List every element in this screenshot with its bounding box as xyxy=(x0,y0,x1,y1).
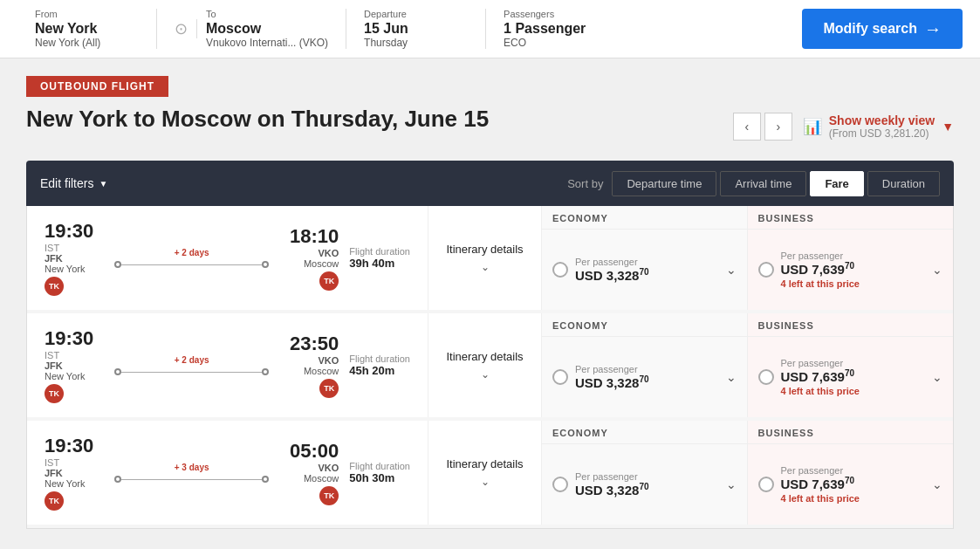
arrive-block-0: 18:10 VKO Moscow TK xyxy=(278,225,339,291)
passengers-field: Passengers 1 Passenger ECO xyxy=(486,9,626,49)
days-badge: + 2 days xyxy=(175,248,209,257)
economy-header: ECONOMY xyxy=(542,206,748,230)
economy-expand-icon[interactable]: ⌄ xyxy=(726,477,737,491)
location-icon: ⊙ xyxy=(175,19,197,38)
business-price: USD 7,63970 xyxy=(781,261,926,277)
economy-expand-icon[interactable]: ⌄ xyxy=(726,263,737,277)
weekly-view-sub: (From USD 3,281.20) xyxy=(829,127,935,140)
flight-main-2: 19:30 IST JFK New York TK + 3 days 05:00… xyxy=(27,421,428,525)
arrive-time: 18:10 xyxy=(290,225,339,248)
airline-logo-dest: TK xyxy=(319,271,339,291)
weekly-view-label: Show weekly view xyxy=(829,113,935,127)
itinerary-col-1[interactable]: Itinerary details ⌄ xyxy=(428,313,542,417)
business-col-1: BUSINESS Per passenger USD 7,63970 4 lef… xyxy=(748,313,954,417)
economy-col-0: ECONOMY Per passenger USD 3,32870 ⌄ xyxy=(542,206,748,310)
economy-body: Per passenger USD 3,32870 ⌄ xyxy=(542,230,748,310)
duration-label: Flight duration xyxy=(349,246,410,257)
arrive-code: VKO xyxy=(318,463,339,473)
business-price-info: Per passenger USD 7,63970 4 left at this… xyxy=(781,465,926,504)
business-col-0: BUSINESS Per passenger USD 7,63970 4 lef… xyxy=(748,206,954,310)
to-field: ⊙ To Moscow Vnukovo Internati... (VKO) xyxy=(157,9,346,49)
depart-tz: IST xyxy=(45,350,59,360)
sort-duration-button[interactable]: Duration xyxy=(867,171,940,196)
economy-radio[interactable] xyxy=(552,262,568,278)
route-title: New York to Moscow on Thursday, June 15 xyxy=(26,106,489,133)
business-col-2: BUSINESS Per passenger USD 7,63970 4 lef… xyxy=(748,421,954,525)
economy-radio[interactable] xyxy=(552,369,568,385)
arrow-icon: → xyxy=(924,19,942,39)
from-label: From xyxy=(35,9,139,19)
economy-price-info: Per passenger USD 3,32870 xyxy=(575,471,719,498)
date-nav: ‹ › xyxy=(733,113,792,141)
economy-per-pax: Per passenger xyxy=(575,364,719,374)
business-header: BUSINESS xyxy=(748,206,954,230)
outbound-badge: OUTBOUND FLIGHT xyxy=(26,76,168,97)
days-badge: + 3 days xyxy=(175,463,209,472)
arrive-code: VKO xyxy=(318,248,339,258)
sort-buttons: Departure time Arrival time Fare Duratio… xyxy=(612,171,940,196)
economy-radio[interactable] xyxy=(552,477,568,492)
flight-path-2: + 3 days xyxy=(106,463,278,483)
path-line xyxy=(114,261,269,268)
from-field: From New York New York (All) xyxy=(17,9,157,49)
depart-time: 19:30 xyxy=(45,327,93,350)
sort-fare-button[interactable]: Fare xyxy=(810,171,863,196)
depart-tz: IST xyxy=(45,243,59,253)
passengers-label: Passengers xyxy=(504,9,608,19)
passengers-value: 1 Passenger xyxy=(504,21,608,37)
to-sub: Vnukovo Internati... (VKO) xyxy=(206,37,328,49)
economy-col-2: ECONOMY Per passenger USD 3,32870 ⌄ xyxy=(542,421,748,525)
flight-row: 19:30 IST JFK New York TK + 2 days 23:50… xyxy=(27,313,953,417)
arrive-city: Moscow xyxy=(304,366,339,376)
sort-by-label: Sort by xyxy=(567,177,603,190)
airline-logo: TK xyxy=(45,277,64,296)
next-date-button[interactable]: › xyxy=(764,113,792,141)
days-badge: + 2 days xyxy=(175,355,209,365)
business-price: USD 7,63970 xyxy=(781,368,926,384)
path-line-seg xyxy=(121,479,262,480)
path-dot-start xyxy=(114,476,121,483)
business-expand-icon[interactable]: ⌄ xyxy=(932,370,942,384)
business-per-pax: Per passenger xyxy=(781,358,926,368)
arrive-block-1: 23:50 VKO Moscow TK xyxy=(278,333,339,398)
economy-expand-icon[interactable]: ⌄ xyxy=(726,370,737,384)
duration-block-2: Flight duration 50h 30m xyxy=(349,461,410,484)
duration-value: 45h 20m xyxy=(349,364,394,377)
sort-arrival-button[interactable]: Arrival time xyxy=(720,171,806,196)
flight-path-0: + 2 days xyxy=(106,248,278,268)
airline-logo: TK xyxy=(45,384,64,403)
price-cols-0: ECONOMY Per passenger USD 3,32870 ⌄ BUSI… xyxy=(542,206,953,310)
itinerary-col-0[interactable]: Itinerary details ⌄ xyxy=(428,206,542,310)
path-line-seg xyxy=(121,372,262,373)
business-header: BUSINESS xyxy=(748,421,954,444)
depart-time: 19:30 xyxy=(45,220,93,243)
price-cols-1: ECONOMY Per passenger USD 3,32870 ⌄ BUSI… xyxy=(542,313,953,417)
flight-main-0: 19:30 IST JFK New York TK + 2 days 18:10… xyxy=(27,206,428,310)
business-radio[interactable] xyxy=(758,262,774,278)
economy-price: USD 3,32870 xyxy=(575,482,719,498)
economy-price: USD 3,32870 xyxy=(575,374,719,390)
departure-weekday: Thursday xyxy=(364,37,468,49)
depart-block-1: 19:30 IST JFK New York TK xyxy=(45,327,106,403)
prev-date-button[interactable]: ‹ xyxy=(733,113,761,141)
itinerary-col-2[interactable]: Itinerary details ⌄ xyxy=(428,421,542,525)
arrive-time: 23:50 xyxy=(290,333,339,355)
modify-search-button[interactable]: Modify search → xyxy=(802,9,963,49)
business-price: USD 7,63970 xyxy=(781,476,926,491)
main-content: OUTBOUND FLIGHT New York to Moscow on Th… xyxy=(0,58,980,546)
sort-departure-button[interactable]: Departure time xyxy=(612,171,716,196)
airline-logo: TK xyxy=(45,491,64,511)
weekly-view-toggle[interactable]: 📊 Show weekly view (From USD 3,281.20) ▼ xyxy=(803,113,954,140)
edit-filters-button[interactable]: Edit filters ▼ xyxy=(40,176,107,190)
business-expand-icon[interactable]: ⌄ xyxy=(932,263,942,277)
depart-city: New York xyxy=(45,371,85,381)
itinerary-label: Itinerary details xyxy=(446,243,523,257)
path-dot-end xyxy=(262,261,269,268)
business-radio[interactable] xyxy=(758,477,774,492)
business-radio[interactable] xyxy=(758,369,774,385)
business-expand-icon[interactable]: ⌄ xyxy=(932,477,942,491)
flight-path-1: + 2 days xyxy=(106,355,278,375)
from-value: New York xyxy=(35,21,139,37)
chevron-down-icon: ▼ xyxy=(942,120,954,134)
itinerary-chevron-icon: ⌄ xyxy=(481,261,490,273)
